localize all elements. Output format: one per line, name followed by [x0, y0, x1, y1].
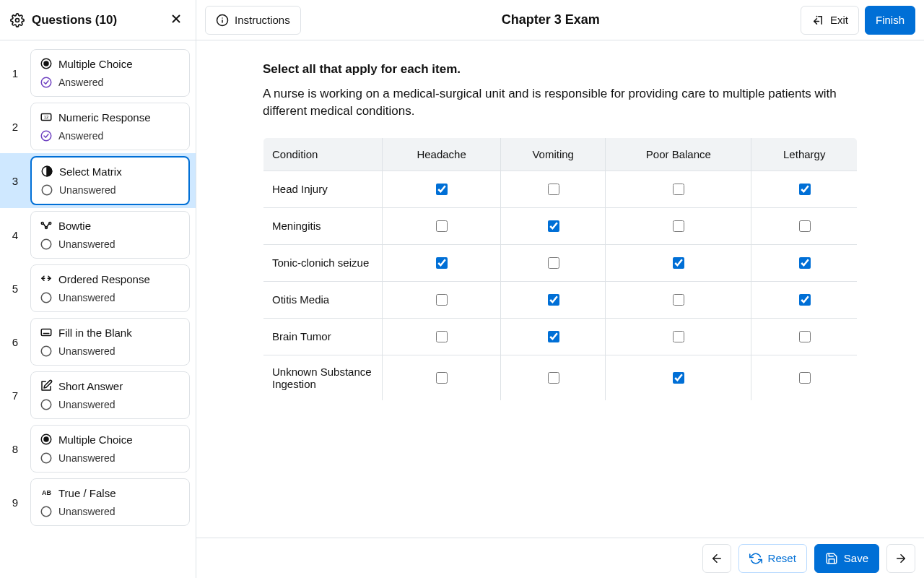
matrix-checkbox[interactable] — [548, 257, 559, 269]
question-card-2[interactable]: 12Numeric ResponseAnswered — [30, 103, 190, 150]
question-number: 7 — [0, 389, 30, 402]
question-card-4[interactable]: BowtieUnanswered — [30, 211, 190, 259]
matrix-cell — [383, 318, 501, 355]
matrix-column-header: Headache — [383, 137, 501, 171]
question-number: 8 — [0, 443, 30, 455]
matrix-table: ConditionHeadacheVomitingPoor BalanceLet… — [263, 137, 858, 401]
matrix-checkbox[interactable] — [436, 331, 448, 342]
question-card-5[interactable]: Ordered ResponseUnanswered — [30, 264, 190, 312]
unanswered-icon — [40, 345, 53, 358]
question-title: Select all that apply for each item. — [263, 62, 858, 77]
ordered-icon — [40, 272, 53, 285]
svg-point-0 — [16, 18, 19, 22]
radio-icon — [40, 433, 53, 446]
matrix-cell — [383, 244, 501, 281]
question-number: 3 — [0, 175, 30, 187]
matrix-checkbox[interactable] — [799, 294, 811, 306]
answered-icon — [40, 76, 53, 89]
matrix-checkbox[interactable] — [799, 257, 811, 269]
question-number: 9 — [0, 496, 30, 509]
matrix-checkbox[interactable] — [436, 257, 448, 269]
exit-button[interactable]: Exit — [801, 6, 859, 35]
matrix-cell — [751, 318, 858, 355]
save-button[interactable]: Save — [814, 544, 879, 573]
question-list[interactable]: 1Multiple ChoiceAnswered212Numeric Respo… — [0, 40, 196, 578]
question-card-7[interactable]: Short AnswerUnanswered — [30, 371, 190, 419]
instructions-button[interactable]: Instructions — [205, 6, 301, 35]
svg-point-4 — [44, 61, 48, 66]
question-number: 5 — [0, 282, 30, 295]
question-status: Unanswered — [58, 292, 116, 303]
page-title: Chapter 3 Exam — [307, 12, 795, 27]
radio-icon — [40, 57, 53, 70]
matrix-cell — [383, 281, 501, 318]
question-type: Fill in the Blank — [58, 327, 132, 339]
matrix-cell — [383, 207, 501, 244]
matrix-checkbox[interactable] — [548, 331, 559, 342]
prev-button[interactable] — [702, 544, 731, 573]
svg-point-10 — [42, 185, 52, 195]
svg-point-24 — [41, 506, 51, 517]
matrix-cell — [606, 207, 751, 244]
sidebar-header: Questions (10) — [0, 0, 196, 40]
matrix-cell — [606, 244, 751, 281]
matrix-checkbox[interactable] — [673, 331, 684, 342]
matrix-checkbox[interactable] — [673, 220, 684, 232]
matrix-checkbox[interactable] — [548, 184, 559, 195]
question-row-7: 7Short AnswerUnanswered — [0, 368, 196, 422]
matrix-column-header: Lethargy — [751, 137, 858, 171]
matrix-checkbox[interactable] — [436, 294, 448, 306]
question-card-3[interactable]: Select MatrixUnanswered — [30, 156, 190, 205]
matrix-cell — [501, 207, 606, 244]
matrix-checkbox[interactable] — [799, 372, 811, 384]
matrix-checkbox[interactable] — [436, 184, 448, 195]
svg-point-19 — [41, 400, 51, 410]
matrix-checkbox[interactable] — [799, 184, 811, 195]
question-row-3: 3Select MatrixUnanswered — [0, 153, 196, 208]
matrix-cell — [751, 244, 858, 281]
matrix-checkbox[interactable] — [799, 331, 811, 342]
tf-icon: AB — [40, 486, 53, 499]
matrix-checkbox[interactable] — [436, 372, 448, 384]
close-icon[interactable] — [167, 9, 186, 30]
matrix-checkbox[interactable] — [673, 294, 684, 306]
question-number: 6 — [0, 336, 30, 348]
question-status: Unanswered — [58, 399, 116, 410]
svg-point-18 — [41, 346, 51, 356]
matrix-checkbox[interactable] — [673, 372, 684, 384]
question-card-8[interactable]: Multiple ChoiceUnanswered — [30, 425, 190, 473]
unanswered-icon — [40, 398, 53, 411]
matrix-icon — [40, 165, 53, 178]
matrix-checkbox[interactable] — [548, 220, 559, 232]
svg-text:12: 12 — [44, 115, 49, 119]
question-status: Unanswered — [59, 184, 116, 196]
reset-icon — [749, 552, 762, 565]
reset-button[interactable]: Reset — [738, 544, 807, 573]
matrix-checkbox[interactable] — [548, 372, 559, 384]
table-row: Unknown Substance Ingestion — [263, 355, 858, 400]
question-card-9[interactable]: ABTrue / FalseUnanswered — [30, 478, 190, 526]
unanswered-icon — [40, 505, 53, 518]
exit-label: Exit — [830, 14, 848, 26]
main: Instructions Chapter 3 Exam Exit Finish … — [196, 0, 924, 578]
svg-rect-16 — [41, 329, 51, 336]
answered-icon — [40, 129, 53, 142]
question-row-6: 6Fill in the BlankUnanswered — [0, 315, 196, 368]
finish-button[interactable]: Finish — [865, 6, 915, 35]
unanswered-icon — [40, 452, 53, 465]
unanswered-icon — [40, 238, 53, 251]
matrix-checkbox[interactable] — [436, 220, 448, 232]
question-status: Unanswered — [58, 506, 116, 517]
matrix-checkbox[interactable] — [673, 184, 684, 195]
matrix-cell — [606, 281, 751, 318]
matrix-checkbox[interactable] — [548, 294, 559, 306]
matrix-checkbox[interactable] — [799, 220, 811, 232]
question-card-1[interactable]: Multiple ChoiceAnswered — [30, 49, 190, 97]
question-number: 4 — [0, 229, 30, 241]
question-card-6[interactable]: Fill in the BlankUnanswered — [30, 318, 190, 366]
matrix-checkbox[interactable] — [673, 257, 684, 269]
matrix-cell — [606, 355, 751, 400]
next-button[interactable] — [886, 544, 915, 573]
matrix-cell — [501, 244, 606, 281]
question-number: 1 — [0, 67, 30, 79]
